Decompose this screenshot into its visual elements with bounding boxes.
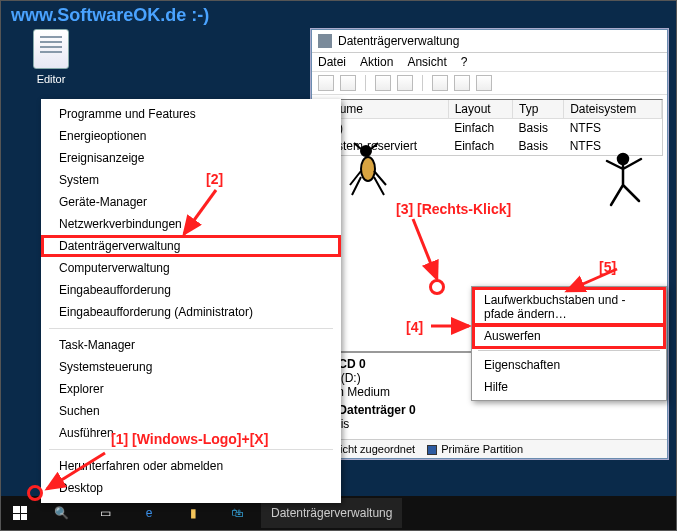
winx-item[interactable]: System xyxy=(41,169,341,191)
ctx-properties[interactable]: Eigenschaften xyxy=(474,354,664,376)
help-icon[interactable] xyxy=(432,75,448,91)
legend-b: Primäre Partition xyxy=(441,443,523,455)
col-layout[interactable]: Layout xyxy=(448,100,512,119)
cell: Einfach xyxy=(448,119,512,138)
start-button[interactable] xyxy=(3,498,37,528)
menu-view[interactable]: Ansicht xyxy=(407,55,446,69)
winx-item[interactable]: Programme und Features xyxy=(41,103,341,125)
winx-item[interactable]: Ereignisanzeige xyxy=(41,147,341,169)
ctx-change-letter[interactable]: Laufwerkbuchstaben und -pfade ändern… xyxy=(474,289,664,325)
cell: Basis xyxy=(513,137,564,155)
svg-point-2 xyxy=(618,154,628,164)
winx-item[interactable]: Ausführen xyxy=(41,422,341,444)
separator xyxy=(49,328,333,329)
col-fs[interactable]: Dateisystem xyxy=(564,100,662,119)
menu-help[interactable]: ? xyxy=(461,55,468,69)
titlebar[interactable]: Datenträgerverwaltung xyxy=(312,30,667,53)
context-menu: Laufwerkbuchstaben und -pfade ändern… Au… xyxy=(471,286,667,401)
winx-item[interactable]: Eingabeaufforderung xyxy=(41,279,341,301)
window-title: Datenträgerverwaltung xyxy=(338,34,459,48)
header-url: www.SoftwareOK.de :-) xyxy=(11,5,209,26)
winx-item[interactable]: Explorer xyxy=(41,378,341,400)
ant-figure xyxy=(346,141,392,201)
editor-label: Editor xyxy=(27,73,75,85)
svg-point-1 xyxy=(361,157,375,181)
svg-point-0 xyxy=(361,146,371,156)
refresh-icon[interactable] xyxy=(397,75,413,91)
col-type[interactable]: Typ xyxy=(513,100,564,119)
forward-icon[interactable] xyxy=(340,75,356,91)
ctx-help[interactable]: Hilfe xyxy=(474,376,664,398)
view-icon[interactable] xyxy=(375,75,391,91)
back-icon[interactable] xyxy=(318,75,334,91)
separator xyxy=(365,75,366,91)
settings-icon[interactable] xyxy=(476,75,492,91)
diskmgmt-icon xyxy=(318,34,332,48)
volume-row[interactable]: (C:) Einfach Basis NTFS xyxy=(317,119,662,138)
winx-item[interactable]: Eingabeaufforderung (Administrator) xyxy=(41,301,341,323)
cd-label: CD 0 xyxy=(338,357,365,371)
winx-item[interactable]: Herunterfahren oder abmelden xyxy=(41,455,341,477)
winx-item[interactable]: Energieoptionen xyxy=(41,125,341,147)
cell: NTFS xyxy=(564,119,662,138)
taskbar-app-label: Datenträgerverwaltung xyxy=(271,506,392,520)
properties-icon[interactable] xyxy=(454,75,470,91)
notepad-icon xyxy=(33,29,69,69)
winx-item[interactable]: Netzwerkverbindungen xyxy=(41,213,341,235)
winx-menu: Programme und Features Energieoptionen E… xyxy=(41,99,341,503)
cell: Basis xyxy=(513,119,564,138)
disk-label: Datenträger 0 xyxy=(338,403,415,417)
separator xyxy=(49,449,333,450)
separator xyxy=(478,350,660,351)
windows-logo-icon xyxy=(13,506,27,520)
cell: Einfach xyxy=(448,137,512,155)
winx-item[interactable]: Desktop xyxy=(41,477,341,499)
legend-primary-icon xyxy=(427,445,437,455)
winx-item[interactable]: Task-Manager xyxy=(41,334,341,356)
menu-file[interactable]: Datei xyxy=(318,55,346,69)
disk-row[interactable]: 💽 Datenträger 0 Basis xyxy=(320,403,659,431)
menu-action[interactable]: Aktion xyxy=(360,55,393,69)
legend-a: Nicht zugeordnet xyxy=(332,443,415,455)
winx-item-diskmgmt[interactable]: Datenträgerverwaltung xyxy=(41,235,341,257)
ctx-eject[interactable]: Auswerfen xyxy=(474,325,664,347)
menubar: Datei Aktion Ansicht ? xyxy=(312,53,667,72)
toolbar xyxy=(312,72,667,95)
winx-item[interactable]: Geräte-Manager xyxy=(41,191,341,213)
winx-item[interactable]: Suchen xyxy=(41,400,341,422)
stick-figure xyxy=(601,151,647,211)
editor-desktop-icon[interactable]: Editor xyxy=(27,29,75,85)
separator xyxy=(422,75,423,91)
winx-item[interactable]: Computerverwaltung xyxy=(41,257,341,279)
status-legend: Nicht zugeordnet Primäre Partition xyxy=(312,439,667,458)
winx-item[interactable]: Systemsteuerung xyxy=(41,356,341,378)
